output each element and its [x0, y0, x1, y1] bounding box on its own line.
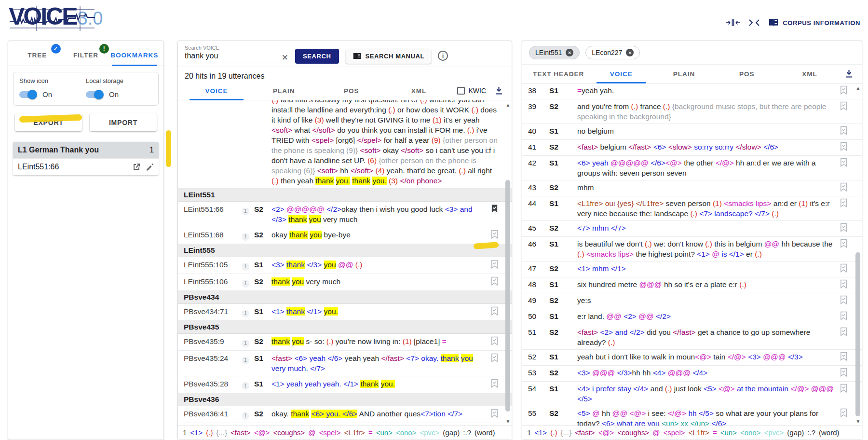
transcript-segment: hh because the: [779, 240, 832, 248]
results-tab-pos[interactable]: POS: [318, 82, 385, 100]
search-manual-button[interactable]: SEARCH MANUAL: [346, 49, 432, 64]
bookmark-icon[interactable]: [840, 239, 849, 259]
result-row[interactable]: PBsve435:241S1<fast> <6> yeah </6> yeah …: [178, 351, 512, 376]
text-tab-header[interactable]: TEXT HEADER: [527, 65, 590, 83]
text-tab-plain[interactable]: PLAIN: [652, 65, 715, 83]
legend-token: (.): [550, 428, 557, 437]
bookmark-icon[interactable]: [490, 336, 500, 348]
bookmark-icon[interactable]: [490, 204, 500, 224]
bookmark-icon[interactable]: [840, 198, 849, 219]
transcript-segment: yeah yeah: [342, 354, 381, 362]
result-row[interactable]: LEint551:681S2okay thank you bye-bye: [178, 227, 512, 244]
bookmark-icon[interactable]: [840, 408, 849, 426]
transcript-segment: <un> xx </un>: [662, 419, 709, 426]
text-tab-xml[interactable]: XML: [778, 65, 841, 83]
close-chip-icon[interactable]: ✕: [566, 49, 573, 56]
bookmark-item[interactable]: LEint551:66: [13, 158, 159, 175]
bookmark-icon[interactable]: [490, 260, 500, 271]
result-row[interactable]: PBsve436:411S2okay. thank <6> you. </6> …: [178, 406, 512, 423]
collapse-columns-icon[interactable]: [726, 18, 740, 27]
bookmark-icon[interactable]: [840, 182, 849, 194]
bookmark-icon[interactable]: [490, 379, 500, 390]
result-row[interactable]: (.) and that's actually my first questio…: [178, 100, 512, 189]
clear-search-icon[interactable]: ✕: [282, 53, 288, 63]
search-button[interactable]: SEARCH: [295, 49, 339, 64]
transcript-segment: you: [310, 231, 322, 239]
results-scrollbar-thumb[interactable]: [505, 180, 510, 412]
bookmark-icon[interactable]: [490, 306, 500, 318]
chip-lecon227[interactable]: LEcon227 ✕: [585, 46, 640, 59]
download-results-icon[interactable]: [495, 86, 503, 95]
tab-bookmarks[interactable]: BOOKMARKS: [110, 48, 159, 66]
transcript-segment: hh so it's er a plate e:r: [662, 280, 740, 289]
bookmark-icon[interactable]: [840, 311, 849, 323]
corpus-information-button[interactable]: CORPUS INFORMATION: [768, 18, 860, 27]
bookmark-icon[interactable]: [490, 230, 500, 241]
transcript-segment: </3>: [617, 369, 632, 377]
results-tab-xml[interactable]: XML: [385, 82, 453, 100]
kwic-checkbox-box[interactable]: [457, 87, 465, 95]
export-button[interactable]: EXPORT: [15, 113, 82, 131]
scroll-up-icon[interactable]: ▲: [505, 101, 511, 108]
tree-check-badge-icon: ✓: [51, 44, 61, 54]
bookmark-icon[interactable]: [490, 353, 500, 373]
transcript-segment: is beautiful we don't: [577, 240, 645, 248]
transcript-scrollbar[interactable]: ▲ ▼: [855, 83, 861, 426]
info-icon[interactable]: i: [438, 51, 448, 61]
bookmark-icon[interactable]: [840, 352, 849, 363]
bookmark-icon[interactable]: [840, 85, 849, 97]
edit-pencil-icon[interactable]: [146, 163, 154, 171]
bookmark-icon[interactable]: [840, 158, 849, 178]
transcript-segment: (6): [367, 156, 377, 165]
close-chip-icon[interactable]: ✕: [626, 49, 634, 56]
show-icon-toggle[interactable]: [19, 91, 36, 98]
transcript-segment: </5>: [577, 395, 592, 403]
transcript-segment: <@>: [665, 159, 682, 167]
transcript-segment: yeah yah.: [582, 86, 614, 95]
transcript-segment: thank: [286, 307, 305, 316]
bookmark-icon[interactable]: [840, 384, 849, 404]
result-row[interactable]: PBsve435:91S2thank you s- so: (.) you're…: [178, 334, 512, 351]
bookmark-icon[interactable]: [840, 279, 849, 291]
bookmark-icon[interactable]: [490, 409, 500, 420]
bookmark-icon[interactable]: [840, 327, 849, 347]
bookmark-icon[interactable]: [840, 295, 849, 307]
open-in-new-icon[interactable]: [132, 163, 141, 171]
scroll-down-icon[interactable]: ▼: [855, 418, 861, 425]
search-input[interactable]: [185, 51, 288, 63]
transcript-segment: @@: [338, 261, 353, 269]
results-scrollbar[interactable]: ▲ ▼: [505, 100, 511, 426]
scroll-down-icon[interactable]: ▼: [505, 418, 511, 425]
result-row[interactable]: PBsve434:711S1<1> thank </1> you.: [178, 304, 512, 321]
import-button[interactable]: IMPORT: [90, 113, 157, 131]
result-row[interactable]: LEint555:1051S1<3> thank </3> you @@ (.): [178, 257, 512, 274]
scroll-up-icon[interactable]: ▲: [855, 84, 861, 91]
bookmark-icon[interactable]: [840, 368, 849, 379]
bookmark-icon[interactable]: [840, 223, 849, 234]
result-row[interactable]: PBsve435:281S1<1> yeah yeah yeah. </1> t…: [178, 376, 512, 393]
bookmark-icon[interactable]: [490, 276, 500, 288]
speaker-label: S1: [254, 260, 271, 271]
chip-leint551[interactable]: LEint551 ✕: [529, 46, 580, 59]
tab-tree[interactable]: TREE ✓: [13, 48, 62, 66]
bookmark-icon[interactable]: [840, 126, 849, 138]
bookmark-icon[interactable]: [840, 263, 849, 275]
transcript-segment: you: [324, 261, 336, 269]
text-tab-pos[interactable]: POS: [716, 65, 778, 83]
download-text-icon[interactable]: [845, 69, 853, 78]
bookmark-icon[interactable]: [840, 142, 849, 153]
transcript-segment: <soft>: [360, 146, 381, 154]
tab-filter[interactable]: FILTER !: [62, 48, 110, 66]
bookmark-icon[interactable]: [840, 101, 849, 122]
results-tab-plain[interactable]: PLAIN: [250, 82, 318, 100]
search-bar: Search VOICE ✕ SEARCH SEARCH MANUAL i: [178, 41, 512, 67]
expand-columns-icon[interactable]: [748, 18, 760, 27]
bookmark-group-header[interactable]: L1 German Thank you 1: [13, 142, 159, 158]
kwic-checkbox[interactable]: KWIC: [457, 87, 486, 95]
results-tab-voice[interactable]: VOICE: [183, 82, 250, 100]
local-storage-toggle[interactable]: [86, 91, 102, 98]
transcript-scrollbar-thumb[interactable]: [855, 252, 860, 416]
text-tab-voice[interactable]: VOICE: [590, 65, 652, 83]
result-row[interactable]: LEint551:661S2<2> @@@@@ </2>okay then i …: [178, 202, 512, 227]
result-row[interactable]: LEint555:1061S2thank you very much: [178, 274, 512, 291]
